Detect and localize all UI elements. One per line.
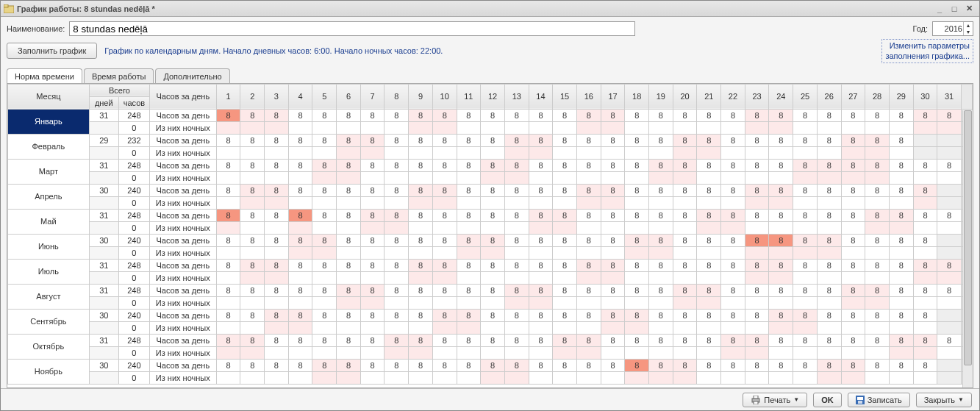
day-cell[interactable]: 8 xyxy=(457,184,481,196)
hours-cell[interactable]: 248 xyxy=(118,109,149,121)
month-cell[interactable]: Февраль xyxy=(8,134,90,159)
day-cell[interactable]: 8 xyxy=(529,184,553,196)
day-cell[interactable]: 8 xyxy=(360,209,385,221)
day-cell[interactable]: 8 xyxy=(553,259,577,271)
day-cell-night[interactable] xyxy=(240,121,265,134)
day-cell[interactable]: 8 xyxy=(337,334,361,346)
day-cell-night[interactable] xyxy=(481,371,505,384)
days-cell[interactable]: 31 xyxy=(89,159,118,171)
day-cell[interactable]: 8 xyxy=(673,359,697,371)
table-row[interactable]: 0Из них ночных xyxy=(8,371,973,384)
day-cell[interactable]: 8 xyxy=(409,334,433,346)
metric-cell[interactable]: Часов за день xyxy=(149,134,216,146)
col-day-18[interactable]: 18 xyxy=(625,84,649,109)
day-cell-night[interactable] xyxy=(576,196,601,209)
day-cell[interactable]: 8 xyxy=(769,359,793,371)
day-cell-night[interactable] xyxy=(409,371,433,384)
day-cell[interactable]: 8 xyxy=(601,284,625,296)
day-cell[interactable]: 8 xyxy=(360,334,385,346)
day-cell-night[interactable] xyxy=(601,296,625,309)
day-cell[interactable]: 8 xyxy=(625,309,649,321)
day-cell[interactable]: 8 xyxy=(312,134,337,146)
day-cell-night[interactable] xyxy=(409,321,433,334)
day-cell[interactable]: 8 xyxy=(769,134,793,146)
days-cell[interactable]: 31 xyxy=(89,209,118,221)
day-cell[interactable]: 8 xyxy=(793,109,818,121)
day-cell[interactable]: 8 xyxy=(312,109,337,121)
metric-cell[interactable]: Из них ночных xyxy=(149,371,216,384)
day-cell[interactable]: 8 xyxy=(288,234,312,246)
col-day-19[interactable]: 19 xyxy=(649,84,673,109)
day-cell-night[interactable] xyxy=(216,146,240,159)
day-cell-night[interactable] xyxy=(288,371,312,384)
day-cell-night[interactable] xyxy=(504,321,529,334)
minimize-button[interactable]: _ xyxy=(932,3,947,15)
day-cell-night[interactable] xyxy=(889,171,913,184)
day-cell[interactable]: 8 xyxy=(889,259,913,271)
day-cell-night[interactable] xyxy=(360,346,385,359)
day-cell-night[interactable] xyxy=(553,321,577,334)
day-cell[interactable]: 8 xyxy=(385,234,409,246)
day-cell-night[interactable] xyxy=(288,321,312,334)
metric-cell[interactable]: Из них ночных xyxy=(149,346,216,359)
day-cell[interactable]: 8 xyxy=(721,184,745,196)
day-cell-night[interactable] xyxy=(793,146,818,159)
day-cell-night[interactable] xyxy=(913,321,937,334)
day-cell[interactable]: 8 xyxy=(432,209,457,221)
col-day-2[interactable]: 2 xyxy=(240,84,265,109)
day-cell[interactable]: 8 xyxy=(841,134,865,146)
day-cell-night[interactable] xyxy=(312,296,337,309)
day-cell-night[interactable] xyxy=(457,171,481,184)
day-cell-night[interactable] xyxy=(265,146,289,159)
hours-cell[interactable]: 248 xyxy=(118,259,149,271)
day-cell-night[interactable] xyxy=(601,171,625,184)
day-cell-night[interactable] xyxy=(360,321,385,334)
day-cell[interactable]: 8 xyxy=(649,159,673,171)
day-cell-night[interactable] xyxy=(697,146,721,159)
tab-dopolnitelno[interactable]: Дополнительно xyxy=(155,68,229,84)
day-cell[interactable]: 8 xyxy=(553,359,577,371)
metric-cell[interactable]: Из них ночных xyxy=(149,296,216,309)
day-cell[interactable]: 8 xyxy=(385,159,409,171)
day-cell[interactable]: 8 xyxy=(576,309,601,321)
day-cell[interactable]: 8 xyxy=(360,309,385,321)
year-up-icon[interactable]: ▲ xyxy=(964,22,973,29)
maximize-button[interactable]: □ xyxy=(947,3,962,15)
col-day-25[interactable]: 25 xyxy=(793,84,818,109)
day-cell-night[interactable] xyxy=(673,371,697,384)
day-cell-night[interactable] xyxy=(841,271,865,284)
day-cell[interactable]: 8 xyxy=(865,284,890,296)
metric-cell[interactable]: Из них ночных xyxy=(149,121,216,134)
day-cell[interactable]: 8 xyxy=(240,359,265,371)
day-cell[interactable]: 8 xyxy=(385,309,409,321)
day-cell-night[interactable] xyxy=(481,346,505,359)
day-cell[interactable]: 8 xyxy=(649,134,673,146)
day-cell-night[interactable] xyxy=(649,246,673,259)
table-row[interactable]: 0Из них ночных xyxy=(8,346,973,359)
day-cell[interactable]: 8 xyxy=(649,109,673,121)
day-cell-night[interactable] xyxy=(216,346,240,359)
day-cell-night[interactable] xyxy=(481,171,505,184)
close-form-button[interactable]: Закрыть ▼ xyxy=(916,393,972,407)
day-cell-night[interactable] xyxy=(409,146,433,159)
day-cell-night[interactable] xyxy=(625,221,649,234)
day-cell-night[interactable] xyxy=(721,271,745,284)
day-cell[interactable]: 8 xyxy=(673,334,697,346)
col-day-4[interactable]: 4 xyxy=(288,84,312,109)
day-cell-night[interactable] xyxy=(793,271,818,284)
day-cell-night[interactable] xyxy=(432,221,457,234)
day-cell[interactable]: 8 xyxy=(553,209,577,221)
day-cell-night[interactable] xyxy=(576,371,601,384)
table-row[interactable]: Март31248Часов за день888888888888888888… xyxy=(8,159,973,171)
col-day-22[interactable]: 22 xyxy=(721,84,745,109)
day-cell-night[interactable] xyxy=(817,296,841,309)
hours-cell[interactable]: 240 xyxy=(118,184,149,196)
table-row[interactable]: 0Из них ночных xyxy=(8,246,973,259)
day-cell[interactable]: 8 xyxy=(432,109,457,121)
day-cell-night[interactable] xyxy=(697,321,721,334)
day-cell[interactable]: 8 xyxy=(649,284,673,296)
day-cell-night[interactable] xyxy=(697,171,721,184)
day-cell[interactable]: 8 xyxy=(385,134,409,146)
col-day-9[interactable]: 9 xyxy=(409,84,433,109)
day-cell-night[interactable] xyxy=(481,271,505,284)
